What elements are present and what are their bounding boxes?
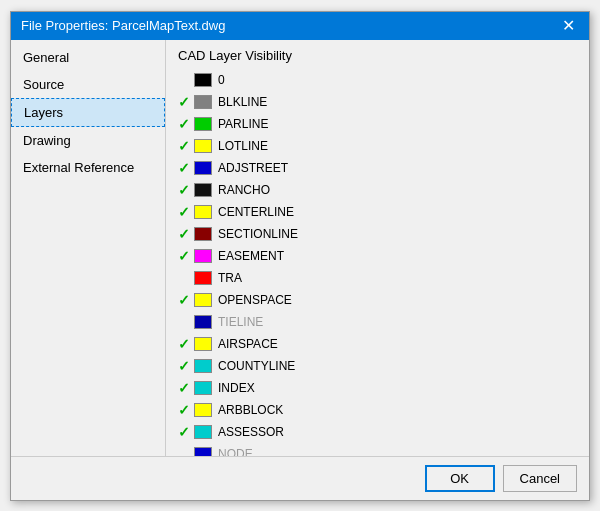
layer-color-swatch: [194, 73, 212, 87]
layer-item[interactable]: ✓PARLINE: [174, 113, 581, 135]
file-properties-dialog: File Properties: ParcelMapText.dwg ✕ Gen…: [10, 11, 590, 501]
dialog-title: File Properties: ParcelMapText.dwg: [21, 18, 225, 33]
layer-name-label: ASSESSOR: [218, 425, 284, 439]
layer-item[interactable]: ✓BLKLINE: [174, 91, 581, 113]
layer-item[interactable]: ✓RANCHO: [174, 179, 581, 201]
layer-item[interactable]: ✓ASSESSOR: [174, 421, 581, 443]
close-button[interactable]: ✕: [558, 18, 579, 34]
layer-check-icon: ✓: [174, 292, 194, 308]
sidebar: GeneralSourceLayersDrawingExternal Refer…: [11, 40, 166, 456]
layer-color-swatch: [194, 117, 212, 131]
layer-color-swatch: [194, 139, 212, 153]
layer-color-swatch: [194, 381, 212, 395]
layer-color-swatch: [194, 183, 212, 197]
layer-color-swatch: [194, 447, 212, 456]
layer-color-swatch: [194, 315, 212, 329]
layer-name-label: NODE: [218, 447, 253, 456]
layer-check-icon: ✓: [174, 248, 194, 264]
layer-color-swatch: [194, 337, 212, 351]
layer-check-icon: ✓: [174, 402, 194, 418]
layer-color-swatch: [194, 95, 212, 109]
layer-name-label: ADJSTREET: [218, 161, 288, 175]
layer-check-icon: ✓: [174, 138, 194, 154]
ok-button[interactable]: OK: [425, 465, 495, 492]
layer-name-label: INDEX: [218, 381, 255, 395]
layer-color-swatch: [194, 227, 212, 241]
layer-color-swatch: [194, 205, 212, 219]
layer-item[interactable]: TIELINE: [174, 311, 581, 333]
layer-color-swatch: [194, 293, 212, 307]
sidebar-item-source[interactable]: Source: [11, 71, 165, 98]
layer-name-label: 0: [218, 73, 225, 87]
title-bar: File Properties: ParcelMapText.dwg ✕: [11, 12, 589, 40]
content-header: CAD Layer Visibility: [166, 40, 589, 67]
layer-check-icon: ✓: [174, 424, 194, 440]
layer-name-label: OPENSPACE: [218, 293, 292, 307]
layer-item[interactable]: ✓EASEMENT: [174, 245, 581, 267]
layer-item[interactable]: ✓ADJSTREET: [174, 157, 581, 179]
layer-name-label: AIRSPACE: [218, 337, 278, 351]
layer-name-label: ARBBLOCK: [218, 403, 283, 417]
layer-color-swatch: [194, 249, 212, 263]
layer-item[interactable]: TRA: [174, 267, 581, 289]
layer-item[interactable]: ✓COUNTYLINE: [174, 355, 581, 377]
sidebar-item-external-reference[interactable]: External Reference: [11, 154, 165, 181]
sidebar-item-layers[interactable]: Layers: [11, 98, 165, 127]
layer-color-swatch: [194, 425, 212, 439]
layer-check-icon: ✓: [174, 160, 194, 176]
layer-item[interactable]: ✓INDEX: [174, 377, 581, 399]
layer-name-label: TRA: [218, 271, 242, 285]
layer-color-swatch: [194, 161, 212, 175]
layer-check-icon: ✓: [174, 94, 194, 110]
layer-name-label: COUNTYLINE: [218, 359, 295, 373]
layer-check-icon: ✓: [174, 336, 194, 352]
layer-item[interactable]: ✓ARBBLOCK: [174, 399, 581, 421]
layer-name-label: SECTIONLINE: [218, 227, 298, 241]
layer-name-label: TIELINE: [218, 315, 263, 329]
layers-list[interactable]: 0✓BLKLINE✓PARLINE✓LOTLINE✓ADJSTREET✓RANC…: [166, 67, 589, 456]
layer-name-label: LOTLINE: [218, 139, 268, 153]
layer-item[interactable]: ✓SECTIONLINE: [174, 223, 581, 245]
layer-name-label: RANCHO: [218, 183, 270, 197]
layer-color-swatch: [194, 271, 212, 285]
layer-name-label: PARLINE: [218, 117, 268, 131]
dialog-body: GeneralSourceLayersDrawingExternal Refer…: [11, 40, 589, 456]
layer-check-icon: ✓: [174, 358, 194, 374]
layer-name-label: BLKLINE: [218, 95, 267, 109]
cancel-button[interactable]: Cancel: [503, 465, 577, 492]
dialog-footer: OK Cancel: [11, 456, 589, 500]
layer-check-icon: ✓: [174, 380, 194, 396]
sidebar-item-general[interactable]: General: [11, 44, 165, 71]
layer-check-icon: ✓: [174, 116, 194, 132]
main-content: CAD Layer Visibility 0✓BLKLINE✓PARLINE✓L…: [166, 40, 589, 456]
sidebar-item-drawing[interactable]: Drawing: [11, 127, 165, 154]
layer-item[interactable]: ✓CENTERLINE: [174, 201, 581, 223]
layer-color-swatch: [194, 359, 212, 373]
layer-item[interactable]: NODE: [174, 443, 581, 456]
layer-name-label: CENTERLINE: [218, 205, 294, 219]
layer-check-icon: ✓: [174, 182, 194, 198]
layer-name-label: EASEMENT: [218, 249, 284, 263]
layer-check-icon: ✓: [174, 204, 194, 220]
layer-item[interactable]: ✓AIRSPACE: [174, 333, 581, 355]
layer-item[interactable]: ✓LOTLINE: [174, 135, 581, 157]
layer-item[interactable]: 0: [174, 69, 581, 91]
layer-check-icon: ✓: [174, 226, 194, 242]
layer-color-swatch: [194, 403, 212, 417]
layer-item[interactable]: ✓OPENSPACE: [174, 289, 581, 311]
